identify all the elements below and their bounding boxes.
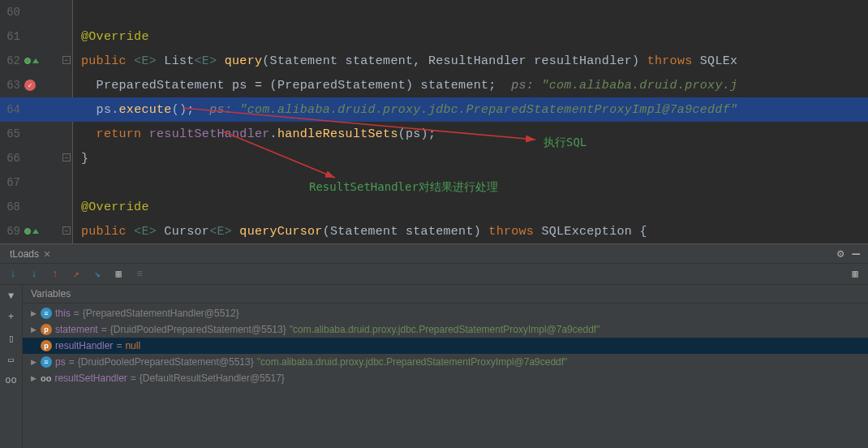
line-number: 61 (0, 30, 23, 43)
code-line-60[interactable]: 60 (0, 0, 868, 24)
run-marker-icon[interactable] (24, 58, 31, 64)
variables-section: ▼ + ▯ ▭ oo Variables ▶ ≡ this = {Prepare… (0, 285, 868, 448)
fold-start-icon[interactable]: − (62, 226, 71, 235)
editor-area[interactable]: 60 61 @Override 62 − public <E> List<E> … (0, 0, 868, 243)
gear-icon[interactable]: ⚙ (837, 247, 844, 261)
variables-header: Variables (23, 285, 868, 304)
layout-icon[interactable]: ▦ (849, 268, 862, 281)
line-number: 60 (0, 6, 23, 19)
override-up-icon[interactable] (32, 229, 39, 234)
infinity-badge-icon: oo (41, 373, 51, 384)
param-badge-icon: p (41, 324, 52, 335)
annotation: @Override (81, 30, 149, 44)
var-row-resulthandler[interactable]: p resultHandler = null (23, 338, 868, 354)
var-row-statement[interactable]: ▶ p statement = {DruidPooledPreparedStat… (23, 321, 868, 338)
code-line-64-current[interactable]: 64 ps.execute(); ps: "com.alibaba.druid.… (0, 97, 868, 122)
drop-frame-icon[interactable]: ↘ (91, 268, 104, 281)
expand-icon[interactable]: ▶ (29, 358, 37, 366)
code-line-63[interactable]: 63 PreparedStatement ps = (PreparedState… (0, 73, 868, 97)
code-line-68[interactable]: 68 @Override (0, 195, 868, 219)
var-row-resultsethandler[interactable]: ▶ oo resultSetHandler = {DefaultResultSe… (23, 370, 868, 386)
annotation: @Override (81, 200, 149, 214)
equals-badge-icon: ≡ (41, 308, 52, 319)
param-badge-icon: p (41, 340, 52, 351)
debug-toolbar: ↓ ↓ ↑ ↗ ↘ ▦ ≡ ▦ (0, 264, 868, 285)
code-line-67[interactable]: 67 (0, 170, 868, 195)
line-number: 67 (0, 176, 23, 189)
line-number: 65 (0, 127, 23, 140)
equals-badge-icon: ≡ (41, 356, 52, 368)
step-into-icon[interactable]: ↓ (28, 268, 41, 281)
filter-icon[interactable]: ▼ (5, 290, 18, 303)
var-row-this[interactable]: ▶ ≡ this = {PreparedStatementHandler@551… (23, 305, 868, 321)
run-marker-icon[interactable] (24, 228, 31, 235)
line-number: 64 (0, 103, 23, 116)
line-number: 63 (0, 79, 23, 92)
add-icon[interactable]: + (5, 311, 18, 324)
fold-end-icon[interactable]: − (62, 153, 71, 162)
code-line-66[interactable]: 66 − } (0, 146, 868, 170)
code-line-62[interactable]: 62 − public <E> List<E> query(Statement … (0, 49, 868, 73)
expand-icon[interactable]: ▶ (29, 325, 37, 334)
variables-content: Variables ▶ ≡ this = {PreparedStatementH… (23, 285, 868, 448)
close-icon[interactable]: × (44, 248, 50, 261)
tab-label: tLoads (10, 248, 39, 260)
panel-tabs: tLoads × ⚙ — (0, 244, 868, 264)
step-out-icon[interactable]: ↗ (70, 268, 83, 281)
line-number: 69 (0, 225, 23, 238)
calculator-icon[interactable]: ▦ (112, 268, 125, 281)
force-step-into-icon[interactable]: ↑ (49, 268, 62, 281)
var-row-ps[interactable]: ▶ ≡ ps = {DruidPooledPreparedStatement@5… (23, 354, 868, 370)
debug-tab[interactable]: tLoads × (3, 246, 57, 262)
code-line-69[interactable]: 69 − public <E> Cursor<E> queryCursor(St… (0, 219, 868, 243)
override-up-icon[interactable] (32, 58, 39, 63)
fold-start-icon[interactable]: − (62, 56, 71, 64)
variables-tree[interactable]: ▶ ≡ this = {PreparedStatementHandler@551… (23, 304, 868, 448)
left-toolbar: ▼ + ▯ ▭ oo (0, 285, 23, 448)
expand-icon[interactable]: ▶ (29, 374, 37, 382)
debug-panel: tLoads × ⚙ — ↓ ↓ ↑ ↗ ↘ ▦ ≡ ▦ ▼ + ▯ ▭ oo … (0, 243, 868, 448)
line-number: 66 (0, 152, 23, 165)
line-number: 62 (0, 54, 23, 67)
line-number: 68 (0, 200, 23, 213)
breakpoint-icon[interactable] (24, 80, 36, 91)
filter2-icon[interactable]: ▭ (5, 353, 18, 366)
more-icon[interactable]: ≡ (133, 268, 146, 281)
expand-icon[interactable]: ▶ (29, 309, 37, 317)
code-line-61[interactable]: 61 @Override (0, 24, 868, 49)
minimize-icon[interactable]: — (852, 247, 860, 261)
show-icon[interactable]: oo (5, 374, 18, 387)
copy-icon[interactable]: ▯ (5, 332, 18, 345)
code-line-65[interactable]: 65 return resultSetHandler.handleResultS… (0, 122, 868, 146)
step-over-icon[interactable]: ↓ (6, 268, 19, 281)
